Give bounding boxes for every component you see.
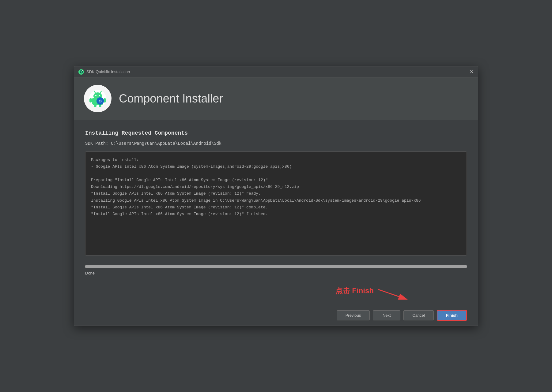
logo-container: ⚙ [84,85,112,112]
svg-rect-14 [94,104,96,107]
main-window: SDK Quickfix Installation ✕ [74,66,478,326]
cancel-button[interactable]: Cancel [403,310,433,320]
sdk-path-label: SDK Path: [85,141,111,146]
main-content: Installing Requested Components SDK Path… [74,120,478,265]
progress-bar-container [85,265,467,268]
progress-section: Done [74,265,478,280]
svg-rect-4 [82,70,83,71]
window-title: SDK Quickfix Installation [86,69,130,74]
header-section: ⚙ Component Installer [74,77,478,120]
svg-rect-12 [89,98,92,103]
android-studio-icon [78,69,84,75]
title-bar-left: SDK Quickfix Installation [78,69,130,75]
finish-button[interactable]: Finish [437,310,467,321]
progress-status: Done [85,271,467,280]
section-title: Installing Requested Components [85,130,467,136]
footer: Previous Next Cancel Finish [74,305,478,326]
component-installer-logo: ⚙ [89,89,107,108]
svg-text:⚙: ⚙ [98,99,102,103]
sdk-path-value: C:\Users\WangYuan\AppData\Local\Android\… [111,141,221,146]
annotation-arrow [377,286,410,302]
close-button[interactable]: ✕ [470,69,474,74]
svg-line-19 [378,289,407,299]
svg-point-9 [99,95,100,96]
header-title: Component Installer [119,92,223,105]
annotation-text: 点击 Finish [335,286,374,296]
progress-bar-fill [85,265,467,268]
svg-rect-3 [80,70,80,71]
annotation-section: 点击 Finish [74,280,478,305]
previous-button[interactable]: Previous [337,310,370,320]
next-button[interactable]: Next [373,310,400,320]
sdk-path-line: SDK Path: C:\Users\WangYuan\AppData\Loca… [85,141,467,146]
log-output: Packages to install: - Google APIs Intel… [85,151,467,256]
svg-point-2 [81,71,82,73]
svg-rect-13 [104,98,106,103]
title-bar: SDK Quickfix Installation ✕ [74,66,478,77]
svg-point-8 [95,95,96,96]
